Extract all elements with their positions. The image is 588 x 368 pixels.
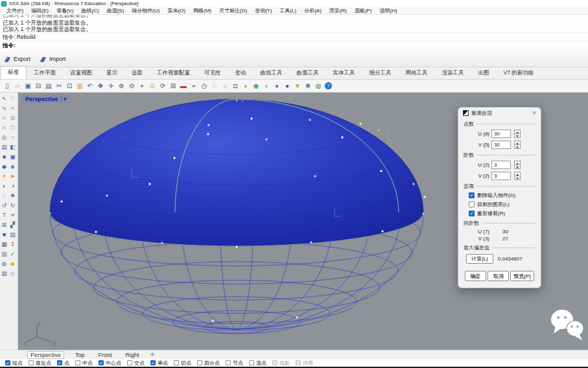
viewport-tab[interactable]: Front — [96, 352, 115, 358]
hatch-icon[interactable]: ▨ — [0, 269, 8, 279]
spinner-control[interactable] — [514, 172, 521, 180]
menu-item[interactable]: 变动(T) — [251, 7, 276, 14]
new-file-icon[interactable]: ▯ — [2, 80, 12, 92]
viewport-tab[interactable]: Right — [123, 352, 142, 358]
menu-item[interactable]: 分析(A) — [300, 7, 325, 14]
toolbar-tab[interactable]: 工作平面 — [27, 67, 63, 79]
mesh-icon[interactable]: ▦ — [0, 240, 8, 249]
osnap-toggle[interactable]: 停用 — [296, 360, 313, 367]
arc-icon[interactable]: ∩ — [0, 123, 8, 133]
calculate-button[interactable]: 计算(L) — [466, 254, 493, 264]
toolbar-tab[interactable]: 工作视窗配置 — [150, 67, 197, 79]
menu-item[interactable]: 曲面(S) — [103, 7, 128, 14]
curve-icon[interactable]: ∿ — [0, 104, 8, 113]
menu-item[interactable]: 渲染(R) — [325, 7, 351, 14]
menu-item[interactable]: 编辑(E) — [27, 7, 53, 14]
array-icon[interactable]: ⊞ — [0, 220, 8, 230]
dialog-titlebar[interactable]: 重建曲面 × — [458, 108, 541, 118]
circle-icon[interactable]: ○ — [0, 113, 8, 123]
circle-center-icon[interactable]: ⊙ — [8, 113, 17, 123]
osnap-toggle[interactable]: 垂点 — [150, 360, 168, 367]
toolbar-tab[interactable]: 标准 — [0, 66, 27, 79]
command-prompt[interactable]: 指令: — [3, 41, 588, 49]
shaded-view-icon[interactable]: ◗ — [241, 80, 251, 92]
menu-item[interactable]: 工具(L) — [276, 7, 300, 14]
toolbar-tab[interactable]: 显示 — [99, 67, 124, 79]
render-sphere-icon[interactable]: ◍ — [0, 259, 8, 269]
ok-button[interactable]: 确定 — [465, 271, 486, 281]
menu-item[interactable]: 说明(H) — [376, 7, 401, 14]
hide-icon[interactable]: ▬ — [178, 80, 189, 92]
zoom-in-icon[interactable]: ⊕ — [116, 80, 126, 92]
osnap-toggle[interactable]: 点 — [57, 360, 69, 367]
osnap-toggle[interactable]: 交点 — [127, 360, 145, 367]
osnap-toggle[interactable]: 投影 — [272, 360, 290, 367]
spinner-control[interactable] — [514, 130, 521, 138]
grid-icon[interactable]: ⊞ — [168, 80, 178, 92]
export-button[interactable]: Export — [4, 56, 30, 63]
box-icon[interactable]: ■ — [0, 152, 8, 162]
menu-item[interactable]: 网格(M) — [189, 7, 215, 14]
shaded-mode-icon[interactable]: ● — [272, 80, 282, 92]
menu-item[interactable]: 查看(V) — [53, 7, 78, 14]
blend-icon[interactable]: ◑ — [8, 181, 17, 191]
toolbar-tab[interactable]: 细分工具 — [362, 67, 399, 79]
wireframe-mode-icon[interactable]: ● — [261, 80, 272, 92]
point-cloud-icon[interactable]: ∴ — [0, 191, 8, 201]
pan-icon[interactable]: ✥ — [95, 80, 106, 92]
columns-icon[interactable]: ▥ — [0, 249, 8, 259]
menu-item[interactable]: 文件(F) — [3, 7, 27, 14]
osnap-toggle[interactable]: 四分点 — [197, 360, 220, 367]
toolbar-tab[interactable]: 变动 — [228, 67, 253, 79]
pipe-icon[interactable]: ◈ — [8, 162, 17, 172]
lock-icon[interactable]: ◘ — [230, 80, 241, 92]
curve-edit-icon[interactable]: ↺ — [0, 201, 8, 211]
trim-icon[interactable]: ➤ — [8, 172, 17, 181]
zipper-icon[interactable]: ‡ — [8, 240, 17, 249]
export-doc-icon[interactable]: ▤ — [43, 80, 54, 92]
spinner-control[interactable] — [514, 141, 521, 149]
curve-tools-icon[interactable]: ≈ — [8, 104, 17, 113]
polyline-icon[interactable]: ¬ — [8, 133, 17, 143]
viewport-label[interactable]: Perspective ▾ — [22, 95, 69, 103]
toolbar-tab[interactable]: 网格工具 — [399, 67, 435, 79]
viewport-tab[interactable]: Perspective — [27, 351, 64, 359]
settings-icon[interactable]: ❋ — [303, 80, 313, 92]
paste-icon[interactable]: ▥ — [75, 80, 85, 92]
gem-icon[interactable]: ◆ — [8, 259, 17, 269]
zoom-out-icon[interactable]: ⊖ — [126, 80, 137, 92]
rendered-mode-icon[interactable]: ● — [282, 80, 292, 92]
preview-button[interactable]: 预览(P) — [510, 271, 534, 281]
fillet-icon[interactable]: ◐ — [0, 181, 8, 191]
help-icon[interactable]: ? — [325, 82, 332, 89]
open-folder-icon[interactable]: ▱ — [12, 80, 23, 92]
solid-icon[interactable]: ◆ — [0, 162, 8, 172]
copy-icon[interactable]: ⊡ — [64, 80, 75, 92]
zoom-window-icon[interactable]: ⌖ — [137, 80, 147, 92]
menu-item[interactable]: 细分物件(U) — [128, 7, 163, 14]
import-button[interactable]: Import — [40, 56, 66, 63]
dialog-option[interactable]: 删除输入物件(D) — [469, 192, 535, 199]
menu-item[interactable]: 尺寸标注(D) — [215, 7, 251, 14]
toolbar-tab[interactable]: V7 的新功能 — [497, 67, 541, 79]
toolbar-tab[interactable]: 选取 — [124, 67, 150, 79]
param-input[interactable]: 30 — [491, 130, 511, 138]
render-globe-icon[interactable]: ◍ — [313, 80, 323, 92]
osnap-toggle[interactable]: 端点 — [5, 360, 23, 367]
extrude-icon[interactable]: ▣ — [8, 152, 17, 162]
cancel-button[interactable]: 取消 — [488, 271, 509, 281]
toolbar-tab[interactable]: 实体工具 — [326, 67, 362, 79]
rotate-view-icon[interactable]: ⟳ — [158, 80, 168, 92]
print-icon[interactable]: ⊟ — [33, 80, 43, 92]
points-on-icon[interactable]: ∷ — [209, 80, 220, 92]
filter-icon[interactable]: ▼ — [292, 80, 303, 92]
osnap-toggle[interactable]: 中心点 — [99, 360, 121, 367]
point-icon[interactable]: ∵ — [8, 94, 17, 104]
undo-icon[interactable]: ↶ — [85, 80, 95, 92]
history-icon[interactable]: ◷ — [199, 80, 209, 92]
menu-item[interactable]: 面板(P) — [351, 7, 376, 14]
chevron-down-icon[interactable]: ▾ — [61, 97, 67, 102]
toolbar-tab[interactable]: 设置视图 — [63, 67, 99, 79]
ellipse-icon[interactable]: ◎ — [0, 133, 8, 143]
select-icon[interactable]: ↖ — [0, 94, 8, 104]
